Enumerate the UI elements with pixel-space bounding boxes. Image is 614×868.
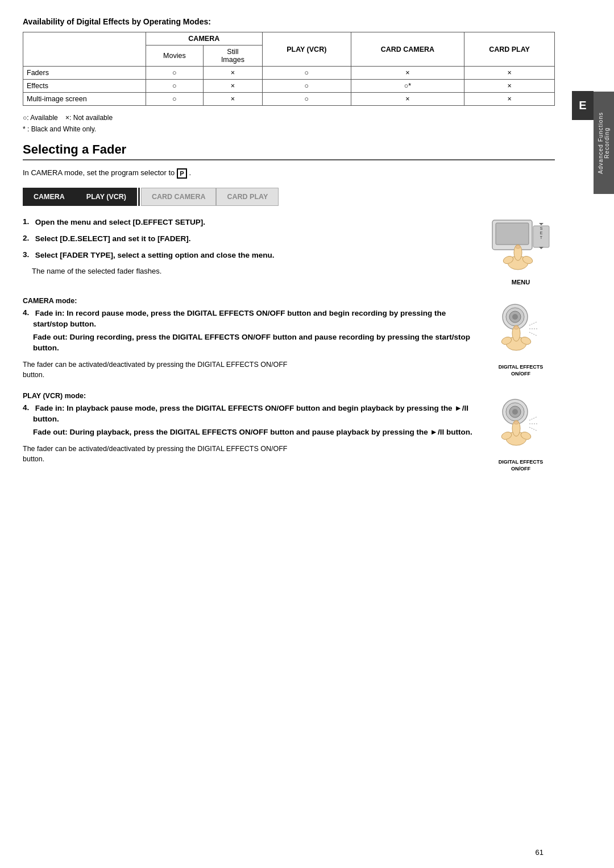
step-4-camera-num: 4.	[23, 308, 33, 317]
step-1-num: 1.	[23, 217, 33, 226]
mode-bar: CAMERA PLAY (VCR) CARD CAMERA CARD PLAY	[23, 188, 555, 206]
card-play-header: CARD PLAY	[464, 32, 555, 67]
step-4-camera-text: Fade in: In record pause mode, press the…	[33, 308, 478, 354]
availability-title: Availability of Digital Effects by Opera…	[23, 17, 555, 26]
camera-mode-note: The fader can be activated/deactivated b…	[23, 359, 555, 381]
sidebar-vertical: Advanced FunctionsRecording	[594, 92, 614, 194]
steps-1-3: 1. Open the menu and select [D.EFFECT SE…	[23, 217, 555, 275]
row-label: Effects	[23, 80, 146, 93]
play-vcr-header: PLAY (VCR)	[262, 32, 351, 67]
menu-svg: S E T	[487, 217, 555, 277]
svg-point-21	[514, 326, 518, 329]
step-4-play-bold1: Fade in: In playback pause mode, press t…	[33, 404, 468, 423]
digital-effects-svg-1	[487, 297, 555, 362]
step-4-camera: 4. Fade in: In record pause mode, press …	[23, 308, 478, 354]
right-tabs: E Advanced FunctionsRecording	[572, 0, 614, 868]
svg-marker-6	[539, 223, 544, 225]
intro-suffix: .	[187, 168, 191, 177]
row-cell-still: ×	[204, 80, 263, 93]
availability-section: Availability of Digital Effects by Opera…	[23, 17, 555, 133]
row-cell-movies: ○	[146, 93, 203, 106]
row-label: Faders	[23, 67, 146, 80]
row-cell-play_vcr: ○	[262, 93, 351, 106]
mode-camera-btn[interactable]: CAMERA	[23, 188, 76, 206]
svg-rect-1	[496, 223, 529, 245]
table-row: Faders○×○××	[23, 67, 555, 80]
availability-table: CAMERA PLAY (VCR) CARD CAMERA CARD PLAY …	[23, 32, 555, 106]
e-tab: E	[572, 91, 594, 120]
table-row: Multi-image screen○×○××	[23, 93, 555, 106]
camera-mode-block: DIGITAL EFFECTSON/OFF CAMERA mode: 4. Fa…	[23, 297, 555, 386]
svg-text:S: S	[540, 226, 543, 230]
movies-subheader: Movies	[146, 46, 203, 67]
row-label: Multi-image screen	[23, 93, 146, 106]
play-vcr-mode-block: DIGITAL EFFECTSON/OFF PLAY (VCR) mode: 4…	[23, 392, 555, 478]
row-cell-card_camera: ○*	[351, 80, 464, 93]
svg-point-12	[516, 245, 520, 249]
row-cell-play_vcr: ○	[262, 67, 351, 80]
step-2: 2. Select [D.E.SELECT] and set it to [FA…	[23, 234, 478, 245]
step-3-text: Select [FADER TYPE], select a setting op…	[33, 250, 275, 261]
menu-figure: S E T MENU	[487, 217, 555, 286]
camera-header: CAMERA	[146, 32, 262, 46]
play-vcr-mode-note: The fader can be activated/deactivated b…	[23, 444, 555, 465]
table-row: Effects○×○○*×	[23, 80, 555, 93]
camera-mode-label: CAMERA mode:	[23, 297, 555, 305]
mode-divider	[138, 188, 140, 206]
step-4-bold2: Fade out: During recording, press the DI…	[33, 332, 478, 354]
svg-text:T: T	[540, 235, 543, 239]
play-vcr-mode-label: PLAY (VCR) mode:	[23, 392, 555, 400]
intro-symbol: P	[177, 168, 187, 179]
step-4-play: 4. Fade in: In playback pause mode, pres…	[23, 403, 478, 438]
mode-card-camera-btn[interactable]: CARD CAMERA	[141, 188, 216, 206]
svg-text:E: E	[540, 231, 543, 235]
mode-card-play-btn[interactable]: CARD PLAY	[216, 188, 279, 206]
svg-line-24	[529, 332, 537, 336]
step-4-play-bold2: Fade out: During playback, press the DIG…	[33, 427, 478, 438]
row-cell-movies: ○	[146, 67, 203, 80]
step-1: 1. Open the menu and select [D.EFFECT SE…	[23, 217, 478, 228]
step-3: 3. Select [FADER TYPE], select a setting…	[23, 250, 478, 261]
page-number: 61	[536, 848, 544, 857]
row-cell-card_play: ×	[464, 93, 555, 106]
digital-effects-svg-2	[487, 392, 555, 457]
step-3-detail-text: The name of the selected fader flashes.	[32, 267, 161, 275]
legend: ○: Available ×: Not available	[23, 114, 555, 122]
row-cell-play_vcr: ○	[262, 80, 351, 93]
play-vcr-mode-content: PLAY (VCR) mode: 4. Fade in: In playback…	[23, 392, 555, 465]
sidebar-label: Advanced FunctionsRecording	[598, 112, 610, 174]
card-camera-header: CARD CAMERA	[351, 32, 464, 67]
digital-effects-label-1: DIGITAL EFFECTSON/OFF	[487, 364, 555, 377]
intro-text: In CAMERA mode, set the program selector…	[23, 168, 555, 179]
svg-line-34	[529, 417, 537, 420]
row-cell-still: ×	[204, 93, 263, 106]
row-cell-movies: ○	[146, 80, 203, 93]
digital-effects-label-2: DIGITAL EFFECTSON/OFF	[487, 459, 555, 472]
section-heading: Selecting a Fader	[23, 142, 555, 160]
svg-point-16	[512, 314, 518, 320]
selecting-fader-section: Selecting a Fader In CAMERA mode, set th…	[23, 142, 555, 478]
steps-1-3-block: S E T MENU	[23, 217, 555, 291]
row-cell-card_play: ×	[464, 80, 555, 93]
svg-point-28	[512, 409, 518, 415]
svg-line-22	[529, 322, 537, 325]
svg-line-36	[529, 427, 537, 431]
main-content: Availability of Digital Effects by Opera…	[0, 0, 572, 868]
digital-effects-figure-1: DIGITAL EFFECTSON/OFF	[487, 297, 555, 377]
intro-main: In CAMERA mode, set the program selector…	[23, 168, 177, 177]
step-4-bold1: Fade in: In record pause mode, press the…	[33, 309, 446, 328]
row-cell-card_camera: ×	[351, 93, 464, 106]
row-cell-card_camera: ×	[351, 67, 464, 80]
step-4-play-num: 4.	[23, 403, 33, 412]
step-2-text: Select [D.E.SELECT] and set it to [FADER…	[33, 234, 191, 245]
mode-play-vcr-btn[interactable]: PLAY (VCR)	[76, 188, 137, 206]
legend-not-available: ×: Not available	[65, 114, 113, 122]
e-tab-letter: E	[579, 99, 586, 112]
row-cell-still: ×	[204, 67, 263, 80]
step-4-play-text: Fade in: In playback pause mode, press t…	[33, 403, 478, 438]
step-3-detail: The name of the selected fader flashes.	[32, 267, 555, 275]
menu-label: MENU	[487, 279, 555, 286]
legend-note: * : Black and White only.	[23, 125, 555, 133]
step-2-num: 2.	[23, 234, 33, 242]
step-3-num: 3.	[23, 250, 33, 259]
